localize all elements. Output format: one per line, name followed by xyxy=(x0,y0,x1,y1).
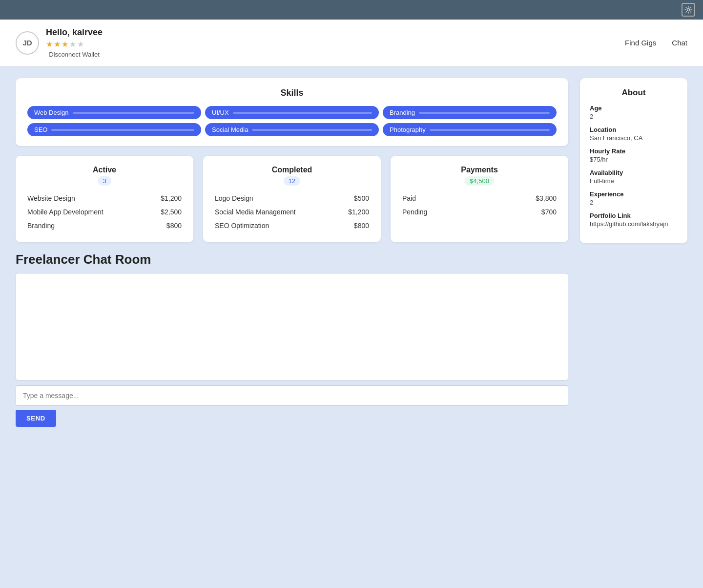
left-column: Skills Web Design UI/UX Branding SEO xyxy=(16,78,568,427)
chat-input-row: SEND xyxy=(16,385,568,427)
avatar: JD xyxy=(16,31,39,55)
skills-title: Skills xyxy=(27,88,557,98)
payments-title: Payments xyxy=(402,166,557,174)
star-4: ★ xyxy=(69,40,76,49)
star-5: ★ xyxy=(77,40,84,49)
star-2: ★ xyxy=(54,40,61,49)
main-content: Skills Web Design UI/UX Branding SEO xyxy=(0,66,703,439)
header-info: Hello, kairvee ★ ★ ★ ★ ★ Disconnect Wall… xyxy=(46,27,103,58)
skill-social-media: Social Media xyxy=(205,123,379,136)
completed-title: Completed xyxy=(215,166,369,174)
active-item-1: Mobile App Development $2,500 xyxy=(27,205,182,219)
chat-section: Freelancer Chat Room SEND xyxy=(16,252,568,427)
right-column: About Age 2 Location San Francisco, CA H… xyxy=(580,78,687,243)
greeting: Hello, kairvee xyxy=(46,27,103,38)
active-badge: 3 xyxy=(98,176,111,186)
skill-bar xyxy=(430,129,550,131)
active-card: Active 3 Website Design $1,200 Mobile Ap… xyxy=(16,156,193,242)
about-portfolio: Portfolio Link https://github.com/lakshy… xyxy=(590,212,678,228)
find-gigs-link[interactable]: Find Gigs xyxy=(625,39,656,47)
send-button[interactable]: SEND xyxy=(16,410,56,427)
settings-icon[interactable] xyxy=(682,3,695,17)
payments-badge: $4,500 xyxy=(465,176,494,186)
skill-bar xyxy=(51,129,194,131)
skill-bar xyxy=(419,112,550,114)
skill-bar xyxy=(252,129,372,131)
completed-badge: 12 xyxy=(284,176,300,186)
completed-item-1: Social Media Management $1,200 xyxy=(215,205,369,219)
active-item-0: Website Design $1,200 xyxy=(27,191,182,205)
about-hourly-rate: Hourly Rate $75/hr xyxy=(590,147,678,163)
header: JD Hello, kairvee ★ ★ ★ ★ ★ Disconnect W… xyxy=(0,20,703,66)
about-card: About Age 2 Location San Francisco, CA H… xyxy=(580,78,687,243)
chat-message-input[interactable] xyxy=(16,385,568,406)
stats-row: Active 3 Website Design $1,200 Mobile Ap… xyxy=(16,156,568,242)
skills-card: Skills Web Design UI/UX Branding SEO xyxy=(16,78,568,146)
about-experience: Experience 2 xyxy=(590,190,678,206)
active-item-2: Branding $800 xyxy=(27,219,182,232)
about-title: About xyxy=(590,88,678,98)
svg-point-0 xyxy=(687,9,690,11)
completed-header: Completed 12 xyxy=(215,166,369,186)
about-age: Age 2 xyxy=(590,105,678,120)
payments-item-0: Paid $3,800 xyxy=(402,191,557,205)
skill-bar xyxy=(233,112,372,114)
skill-web-design: Web Design xyxy=(27,106,201,119)
skill-photography: Photography xyxy=(383,123,557,136)
completed-card: Completed 12 Logo Design $500 Social Med… xyxy=(203,156,381,242)
star-rating: ★ ★ ★ ★ ★ xyxy=(46,40,103,49)
chat-messages[interactable] xyxy=(16,273,568,380)
skill-branding: Branding xyxy=(383,106,557,119)
payments-card: Payments $4,500 Paid $3,800 Pending $700 xyxy=(391,156,568,242)
active-title: Active xyxy=(27,166,182,174)
skill-uiux: UI/UX xyxy=(205,106,379,119)
disconnect-wallet-button[interactable]: Disconnect Wallet xyxy=(46,51,103,58)
skill-seo: SEO xyxy=(27,123,201,136)
payments-item-1: Pending $700 xyxy=(402,205,557,219)
completed-item-0: Logo Design $500 xyxy=(215,191,369,205)
skills-grid: Web Design UI/UX Branding SEO Social Med… xyxy=(27,106,557,136)
active-header: Active 3 xyxy=(27,166,182,186)
skill-bar xyxy=(73,112,194,114)
star-1: ★ xyxy=(46,40,53,49)
about-location: Location San Francisco, CA xyxy=(590,126,678,142)
star-3: ★ xyxy=(62,40,68,49)
completed-item-2: SEO Optimization $800 xyxy=(215,219,369,232)
payments-header: Payments $4,500 xyxy=(402,166,557,186)
about-availability: Availability Full-time xyxy=(590,169,678,185)
topbar xyxy=(0,0,703,20)
chat-link[interactable]: Chat xyxy=(672,39,687,47)
header-nav: Find Gigs Chat xyxy=(625,39,687,47)
chat-title: Freelancer Chat Room xyxy=(16,252,568,267)
